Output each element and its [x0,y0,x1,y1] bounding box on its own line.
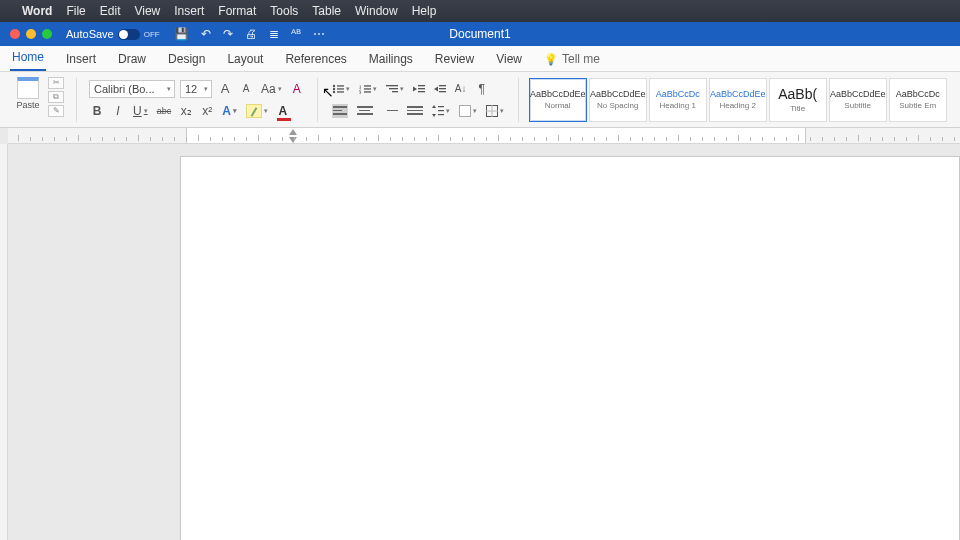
font-color-button[interactable]: A [275,102,291,120]
style-sample: AaBbCcDc [896,89,940,99]
tab-design[interactable]: Design [166,48,207,71]
style-heading-2[interactable]: AaBbCcDdEeHeading 2 [709,78,767,122]
show-pilcrow-button[interactable]: ¶ [474,80,490,98]
style-heading-1[interactable]: AaBbCcDcHeading 1 [649,78,707,122]
clear-formatting-button[interactable]: A [289,80,305,98]
svg-point-0 [332,84,334,86]
autosave-toggle[interactable]: AutoSave OFF [66,28,160,40]
menu-window[interactable]: Window [355,4,398,18]
multilevel-list-button[interactable] [384,80,406,98]
separator [317,78,318,122]
menu-help[interactable]: Help [412,4,437,18]
align-justify-icon [407,104,423,118]
tell-me-search[interactable]: 💡 Tell me [542,48,602,71]
vertical-ruler[interactable] [0,144,8,540]
separator [76,78,77,122]
first-line-indent-marker[interactable] [289,129,297,135]
autosave-switch[interactable] [118,29,140,40]
format-painter-button[interactable]: ✎ [48,105,64,117]
grow-font-button[interactable]: A [217,80,233,98]
change-case-button[interactable]: Aa [259,80,284,98]
bullets-button[interactable] [330,80,352,98]
align-right-button[interactable] [380,102,400,120]
svg-rect-5 [337,91,344,92]
minimize-window-button[interactable] [26,29,36,39]
line-spacing-icon [432,105,444,117]
spellcheck-icon[interactable]: ᴬᴮ [291,27,301,41]
svg-rect-14 [392,91,398,92]
close-window-button[interactable] [10,29,20,39]
menu-view[interactable]: View [134,4,160,18]
sort-button[interactable]: A↓ [453,80,469,98]
menu-edit[interactable]: Edit [100,4,121,18]
style-no-spacing[interactable]: AaBbCcDdEeNo Spacing [589,78,647,122]
decrease-indent-button[interactable] [411,80,427,98]
outdent-icon [413,84,425,94]
window-controls [0,29,62,39]
align-center-button[interactable] [355,102,375,120]
copy-button[interactable]: ⧉ [48,91,64,103]
superscript-button[interactable]: x² [199,102,215,120]
document-page[interactable] [180,156,960,540]
menu-insert[interactable]: Insert [174,4,204,18]
save-icon[interactable]: 💾 [174,27,189,41]
paragraph-group: 123 A↓ ¶ [324,75,512,125]
menu-file[interactable]: File [66,4,85,18]
zoom-window-button[interactable] [42,29,52,39]
text-effects-button[interactable]: A [220,102,239,120]
tab-references[interactable]: References [283,48,348,71]
menu-format[interactable]: Format [218,4,256,18]
highlight-button[interactable] [244,102,270,120]
hanging-indent-marker[interactable] [289,137,297,143]
style-label: Subtle Em [899,101,936,110]
paste-button[interactable]: Paste [12,77,44,123]
strikethrough-button[interactable]: abc [155,102,174,120]
more-icon[interactable]: ⋯ [313,27,325,41]
increase-indent-button[interactable] [432,80,448,98]
redo-icon[interactable]: ↷ [223,27,233,41]
style-sample: AaBbCcDdEe [590,89,646,99]
borders-button[interactable] [484,102,506,120]
tab-mailings[interactable]: Mailings [367,48,415,71]
style-subtle-em[interactable]: AaBbCcDcSubtle Em [889,78,947,122]
app-name[interactable]: Word [22,4,52,18]
multilevel-icon [386,84,398,94]
numbering-button[interactable]: 123 [357,80,379,98]
align-left-button[interactable] [330,102,350,120]
horizontal-ruler[interactable] [8,128,960,144]
print-icon[interactable]: 🖨 [245,27,257,41]
style-label: No Spacing [597,101,638,110]
font-name-combo[interactable]: Calibri (Bo... [89,80,175,98]
style-subtitle[interactable]: AaBbCcDdEeSubtitle [829,78,887,122]
shrink-font-button[interactable]: A [238,80,254,98]
tab-insert[interactable]: Insert [64,48,98,71]
menu-table[interactable]: Table [312,4,341,18]
cut-button[interactable]: ✂ [48,77,64,89]
tab-view[interactable]: View [494,48,524,71]
underline-button[interactable]: U [131,102,150,120]
line-spacing-button[interactable] [430,102,452,120]
style-title[interactable]: AaBb(Title [769,78,827,122]
indent-icon [434,84,446,94]
shading-button[interactable] [457,102,479,120]
tab-review[interactable]: Review [433,48,476,71]
subscript-button[interactable]: x₂ [178,102,194,120]
align-left-icon [332,104,348,118]
svg-rect-19 [439,88,446,89]
ruler-active-area [186,128,806,143]
tab-draw[interactable]: Draw [116,48,148,71]
style-label: Normal [545,101,571,110]
tab-layout[interactable]: Layout [225,48,265,71]
bold-button[interactable]: B [89,102,105,120]
align-justify-button[interactable] [405,102,425,120]
svg-rect-1 [337,85,344,86]
style-normal[interactable]: AaBbCcDdEeNormal [529,78,587,122]
svg-text:3: 3 [359,89,362,94]
tab-home[interactable]: Home [10,46,46,71]
undo-icon[interactable]: ↶ [201,27,211,41]
mac-menubar: Word File Edit View Insert Format Tools … [0,0,960,22]
menu-tools[interactable]: Tools [270,4,298,18]
italic-button[interactable]: I [110,102,126,120]
font-size-combo[interactable]: 12 [180,80,212,98]
layout-icon[interactable]: ≣ [269,27,279,41]
